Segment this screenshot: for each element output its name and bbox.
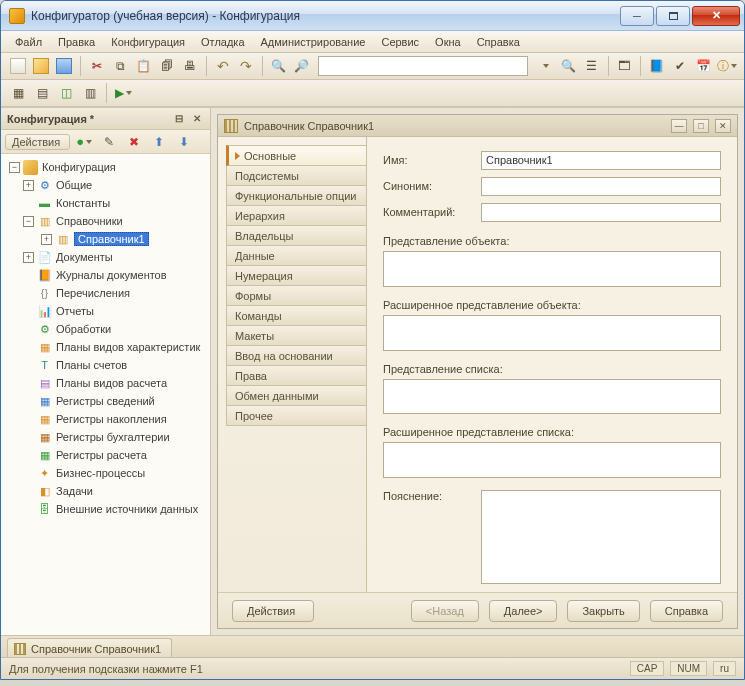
menu-admin[interactable]: Администрирование (253, 34, 374, 50)
tb2-icon3[interactable]: ◫ (55, 82, 77, 104)
config-checker-button[interactable]: ✔ (669, 55, 690, 77)
tb2-icon2[interactable]: ▤ (31, 82, 53, 104)
tab-numbering[interactable]: Нумерация (226, 265, 366, 286)
undo-button[interactable]: ↶ (212, 55, 233, 77)
back-button[interactable]: <Назад (411, 600, 479, 622)
tab-commands[interactable]: Команды (226, 305, 366, 326)
windows-button[interactable]: 🗔 (614, 55, 635, 77)
editor-close-button[interactable]: ✕ (715, 119, 731, 133)
zoom-button[interactable]: 🔎 (291, 55, 312, 77)
tree-enums[interactable]: {} Перечисления (5, 284, 210, 302)
tree-root[interactable]: − Конфигурация (5, 158, 210, 176)
syntax-helper-button[interactable]: 📘 (646, 55, 667, 77)
document-tab-catalog1[interactable]: Справочник Справочник1 (7, 638, 172, 657)
search-go-button[interactable]: 🔍 (558, 55, 579, 77)
info-button[interactable]: ⓘ (716, 55, 738, 77)
search-input[interactable] (318, 56, 528, 76)
synonym-input[interactable] (481, 177, 721, 196)
menu-help[interactable]: Справка (469, 34, 528, 50)
cut-button[interactable]: ✂ (86, 55, 107, 77)
tree-constants[interactable]: ▬ Константы (5, 194, 210, 212)
tab-data[interactable]: Данные (226, 245, 366, 266)
name-input[interactable] (481, 151, 721, 170)
tab-templates[interactable]: Макеты (226, 325, 366, 346)
menu-file[interactable]: Файл (7, 34, 50, 50)
pane-pin-button[interactable]: ⊟ (172, 112, 186, 126)
tree-accum-regs[interactable]: ▦ Регистры накопления (5, 410, 210, 428)
tree-down-button[interactable]: ⬇ (173, 131, 195, 153)
tree-external-ds[interactable]: 🗄 Внешние источники данных (5, 500, 210, 518)
calendar-button[interactable]: 📅 (693, 55, 714, 77)
explanation-input[interactable] (481, 490, 721, 584)
find-button[interactable]: 🔍 (268, 55, 289, 77)
titlebar[interactable]: Конфигуратор (учебная версия) - Конфигур… (1, 1, 744, 31)
search-dropdown[interactable] (534, 55, 555, 77)
tab-subsystems[interactable]: Подсистемы (226, 165, 366, 186)
tb2-icon4[interactable]: ▥ (79, 82, 101, 104)
tab-hierarchy[interactable]: Иерархия (226, 205, 366, 226)
ext-list-presentation-input[interactable] (383, 442, 721, 478)
tree-doc-journals[interactable]: 📙 Журналы документов (5, 266, 210, 284)
tree-edit-button[interactable]: ✎ (98, 131, 120, 153)
new-button[interactable] (7, 55, 28, 77)
tree-actions-button[interactable]: Действия (5, 134, 70, 150)
status-lang[interactable]: ru (713, 661, 736, 676)
pane-close-button[interactable]: ✕ (190, 112, 204, 126)
tree-processings[interactable]: ⚙ Обработки (5, 320, 210, 338)
editor-actions-button[interactable]: Действия (232, 600, 314, 622)
menu-service[interactable]: Сервис (373, 34, 427, 50)
tree-reports[interactable]: 📊 Отчеты (5, 302, 210, 320)
editor-minimize-button[interactable]: — (671, 119, 687, 133)
tree-add-button[interactable]: ● (73, 131, 95, 153)
tree-delete-button[interactable]: ✖ (123, 131, 145, 153)
tab-forms[interactable]: Формы (226, 285, 366, 306)
maximize-button[interactable] (656, 6, 690, 26)
tab-main[interactable]: Основные (226, 145, 366, 166)
close-editor-button[interactable]: Закрыть (567, 600, 639, 622)
tree-tasks[interactable]: ◧ Задачи (5, 482, 210, 500)
open-button[interactable] (30, 55, 51, 77)
tree-char-plans[interactable]: ▦ Планы видов характеристик (5, 338, 210, 356)
tree-info-regs[interactable]: ▦ Регистры сведений (5, 392, 210, 410)
menu-debug[interactable]: Отладка (193, 34, 252, 50)
list-presentation-input[interactable] (383, 379, 721, 415)
tree-documents[interactable]: +📄 Документы (5, 248, 210, 266)
editor-titlebar[interactable]: Справочник Справочник1 — □ ✕ (218, 115, 737, 137)
tree-calc-plans[interactable]: ▤ Планы видов расчета (5, 374, 210, 392)
run-button[interactable]: ▶ (112, 82, 134, 104)
obj-presentation-input[interactable] (383, 251, 721, 287)
comment-input[interactable] (481, 203, 721, 222)
next-button[interactable]: Далее> (489, 600, 558, 622)
editor-maximize-button[interactable]: □ (693, 119, 709, 133)
tree-catalog1[interactable]: +▥ Справочник1 (5, 230, 210, 248)
menu-windows[interactable]: Окна (427, 34, 469, 50)
ext-obj-presentation-input[interactable] (383, 315, 721, 351)
tree-acct-regs[interactable]: ▦ Регистры бухгалтерии (5, 428, 210, 446)
tab-func-options[interactable]: Функциональные опции (226, 185, 366, 206)
menu-config[interactable]: Конфигурация (103, 34, 193, 50)
tab-data-exchange[interactable]: Обмен данными (226, 385, 366, 406)
print-button[interactable]: 🖶 (180, 55, 201, 77)
compare-button[interactable]: 🗐 (156, 55, 177, 77)
menu-edit[interactable]: Правка (50, 34, 103, 50)
tab-owners[interactable]: Владельцы (226, 225, 366, 246)
copy-button[interactable]: ⧉ (109, 55, 130, 77)
save-button[interactable] (54, 55, 75, 77)
results-button[interactable]: ☰ (581, 55, 602, 77)
tree-common[interactable]: +⚙ Общие (5, 176, 210, 194)
minimize-button[interactable]: ─ (620, 6, 654, 26)
paste-button[interactable]: 📋 (133, 55, 154, 77)
tab-input-basis[interactable]: Ввод на основании (226, 345, 366, 366)
tab-other[interactable]: Прочее (226, 405, 366, 426)
tree-calc-regs[interactable]: ▦ Регистры расчета (5, 446, 210, 464)
tb2-icon1[interactable]: ▦ (7, 82, 29, 104)
tree-up-button[interactable]: ⬆ (148, 131, 170, 153)
tree-catalogs[interactable]: −▥ Справочники (5, 212, 210, 230)
tree-acc-plans[interactable]: Т Планы счетов (5, 356, 210, 374)
close-button[interactable]: ✕ (692, 6, 740, 26)
config-tree[interactable]: − Конфигурация +⚙ Общие ▬ Константы −▥ С… (1, 154, 210, 635)
redo-button[interactable]: ↷ (235, 55, 256, 77)
tree-business-processes[interactable]: ✦ Бизнес-процессы (5, 464, 210, 482)
help-button[interactable]: Справка (650, 600, 723, 622)
tab-rights[interactable]: Права (226, 365, 366, 386)
